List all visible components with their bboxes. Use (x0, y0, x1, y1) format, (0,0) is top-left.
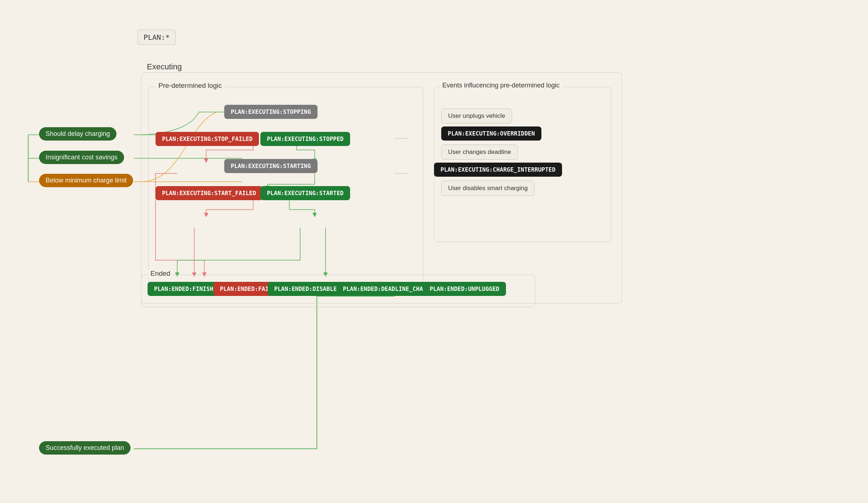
label-success: Successfully executed plan (39, 441, 131, 455)
predetermined-title: Pre-determined logic (156, 82, 225, 90)
events-title: Events influcencing pre-determined logic (439, 82, 562, 89)
node-overridden: PLAN:EXECUTING:OVERRIDDEN (441, 126, 541, 141)
label-below-minimum: Below minimum charge limit (39, 174, 133, 187)
node-disabled: PLAN:ENDED:DISABLED (268, 282, 347, 296)
plan-badge: PLAN:* (137, 30, 176, 45)
node-start-failed: PLAN:EXECUTING:START_FAILED (156, 186, 263, 200)
label-insignificant-cost: Insignificant cost savings (39, 151, 124, 164)
event-unplug: User unplugs vehicle (441, 108, 512, 124)
node-stopped: PLAN:EXECUTING:STOPPED (260, 132, 350, 146)
node-starting: PLAN:EXECUTING:STARTING (224, 159, 318, 173)
label-delay-charging: Should delay charging (39, 127, 116, 141)
ended-title: Ended (148, 270, 173, 278)
node-charge-interrupted: PLAN:EXECUTING:CHARGE_INTERRUPTED (434, 163, 562, 177)
node-stopping: PLAN:EXECUTING:STOPPING (224, 105, 318, 119)
event-deadline: User changes deadline (441, 145, 518, 160)
event-disable: User disables smart charging (441, 181, 535, 196)
node-stop-failed: PLAN:EXECUTING:STOP_FAILED (156, 132, 259, 146)
node-unplugged: PLAN:ENDED:UNPLUGGED (423, 282, 506, 296)
node-started: PLAN:EXECUTING:STARTED (260, 186, 350, 200)
executing-title: Executing (147, 62, 182, 72)
